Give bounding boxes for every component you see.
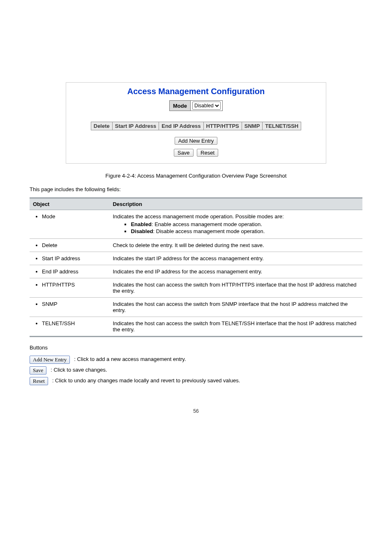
intro-text: This page includes the following fields: xyxy=(25,186,367,192)
buttons-list: Add New Entry : Click to add a new acces… xyxy=(25,356,367,385)
table-cell: Indicates the host can access the switch… xyxy=(109,278,362,298)
th-description: Description xyxy=(109,198,362,210)
mode-table: Mode Disabled Enabled xyxy=(169,100,223,111)
col-telnet: TELNET/SSH xyxy=(263,122,301,130)
buttons-heading: Buttons xyxy=(25,345,367,351)
page-number: 56 xyxy=(25,388,367,414)
entries-table: Delete Start IP Address End IP Address H… xyxy=(91,122,301,130)
list-item: Save : Click to save changes. xyxy=(30,366,362,375)
col-end-ip: End IP Address xyxy=(159,122,203,130)
table-cell: Mode xyxy=(30,210,109,239)
doc-add-new-entry-button[interactable]: Add New Entry xyxy=(30,356,70,364)
table-cell: Indicates the host can access the switch… xyxy=(109,317,362,337)
doc-save-button[interactable]: Save xyxy=(30,366,46,375)
table-cell: Indicates the start IP address for the a… xyxy=(109,252,362,265)
table-cell: Indicates the end IP address for the acc… xyxy=(109,265,362,278)
list-item: Reset : Click to undo any changes made l… xyxy=(30,377,362,385)
table-cell: Delete xyxy=(30,239,109,252)
mode-select[interactable]: Disabled Enabled xyxy=(192,102,221,110)
table-cell: Indicates the access management mode ope… xyxy=(109,210,362,239)
panel-title: Access Management Configuration xyxy=(71,87,321,96)
description-table: Object Description Mode Indicates the ac… xyxy=(30,197,362,337)
reset-button[interactable]: Reset xyxy=(197,149,218,157)
table-cell: End IP address xyxy=(30,265,109,278)
table-cell: Indicates the host can access the switch… xyxy=(109,298,362,317)
figure-caption: Figure 4-2-4: Access Management Configur… xyxy=(25,173,367,179)
table-cell: SNMP xyxy=(30,298,109,317)
save-button[interactable]: Save xyxy=(174,149,194,157)
add-new-entry-button[interactable]: Add New Entry xyxy=(175,137,218,145)
table-cell: Start IP address xyxy=(30,252,109,265)
mode-label: Mode xyxy=(170,101,191,111)
config-panel: Access Management Configuration Mode Dis… xyxy=(66,82,326,164)
col-http: HTTP/HTTPS xyxy=(203,122,242,130)
table-cell: TELNET/SSH xyxy=(30,317,109,337)
doc-reset-button[interactable]: Reset xyxy=(30,377,48,385)
th-object: Object xyxy=(30,198,109,210)
col-start-ip: Start IP Address xyxy=(112,122,159,130)
table-cell: HTTP/HTTPS xyxy=(30,278,109,298)
col-snmp: SNMP xyxy=(242,122,263,130)
list-item: Add New Entry : Click to add a new acces… xyxy=(30,356,362,364)
table-cell: Check to delete the entry. It will be de… xyxy=(109,239,362,252)
col-delete: Delete xyxy=(91,122,112,130)
